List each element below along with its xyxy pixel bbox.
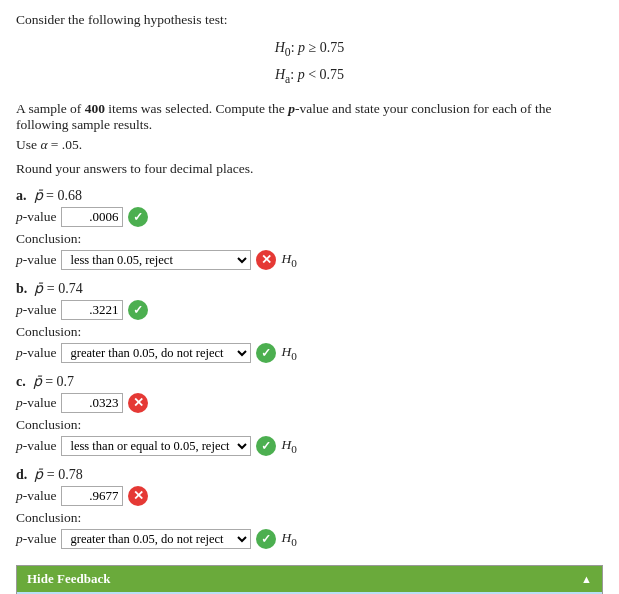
part-b-h0: H0 <box>281 344 296 362</box>
feedback-hide-label: Hide Feedback <box>27 571 110 587</box>
part-b-pvalue-input[interactable] <box>61 300 123 320</box>
hypothesis-alt: Ha: p < 0.75 <box>16 63 603 90</box>
part-d-conclusion-check-icon: ✓ <box>256 529 276 549</box>
part-a-pvalue-row: p-value ✓ <box>16 207 603 227</box>
hypothesis-null: H0: p ≥ 0.75 <box>16 36 603 63</box>
part-b-label: b. p̄ = 0.74 <box>16 280 603 297</box>
part-c-conclusion-select[interactable]: less than 0.05, reject greater than 0.05… <box>61 436 251 456</box>
part-c-pvalue-input[interactable] <box>61 393 123 413</box>
part-b-pvalue-row: p-value ✓ <box>16 300 603 320</box>
part-b-conclusion-select[interactable]: less than 0.05, reject greater than 0.05… <box>61 343 251 363</box>
intro-text: Consider the following hypothesis test: <box>16 12 603 28</box>
part-c-label: c. p̄ = 0.7 <box>16 373 603 390</box>
part-b: b. p̄ = 0.74 p-value ✓ Conclusion: p-val… <box>16 280 603 363</box>
part-c-conclusion-check-icon: ✓ <box>256 436 276 456</box>
part-a-conclusion-label: Conclusion: <box>16 231 603 247</box>
part-b-pvalue-check-icon: ✓ <box>128 300 148 320</box>
part-d-conclusion-row: p-value less than 0.05, reject greater t… <box>16 529 603 549</box>
part-a-pvalue-input[interactable] <box>61 207 123 227</box>
part-c-conclusion-label: Conclusion: <box>16 417 603 433</box>
part-d-conclusion-label: Conclusion: <box>16 510 603 526</box>
part-d-pvalue-row: p-value ✕ <box>16 486 603 506</box>
part-a-label: a. p̄ = 0.68 <box>16 187 603 204</box>
part-a-conclusion-row: p-value less than 0.05, reject greater t… <box>16 250 603 270</box>
feedback-header[interactable]: Hide Feedback ▲ <box>17 566 602 592</box>
part-c-conclusion-row: p-value less than 0.05, reject greater t… <box>16 436 603 456</box>
part-b-conclusion-row: p-value less than 0.05, reject greater t… <box>16 343 603 363</box>
part-d-conclusion-select[interactable]: less than 0.05, reject greater than 0.05… <box>61 529 251 549</box>
part-d-pvalue-x-icon: ✕ <box>128 486 148 506</box>
part-a-h0: H0 <box>281 251 296 269</box>
part-d-h0: H0 <box>281 530 296 548</box>
part-c-pvalue-row: p-value ✕ <box>16 393 603 413</box>
part-b-conclusion-check-icon: ✓ <box>256 343 276 363</box>
part-c-pvalue-x-icon: ✕ <box>128 393 148 413</box>
part-a: a. p̄ = 0.68 p-value ✓ Conclusion: p-val… <box>16 187 603 270</box>
alpha-info: Use α = .05. <box>16 137 603 153</box>
part-c: c. p̄ = 0.7 p-value ✕ Conclusion: p-valu… <box>16 373 603 456</box>
part-b-conclusion-label: Conclusion: <box>16 324 603 340</box>
part-c-h0: H0 <box>281 437 296 455</box>
part-a-conclusion-select[interactable]: less than 0.05, reject greater than 0.05… <box>61 250 251 270</box>
part-d-label: d. p̄ = 0.78 <box>16 466 603 483</box>
sample-info: A sample of 400 items was selected. Comp… <box>16 101 603 133</box>
hypothesis-block: H0: p ≥ 0.75 Ha: p < 0.75 <box>16 36 603 89</box>
round-info: Round your answers to four decimal place… <box>16 161 603 177</box>
part-a-pvalue-check-icon: ✓ <box>128 207 148 227</box>
part-a-conclusion-x-icon: ✕ <box>256 250 276 270</box>
part-d-pvalue-input[interactable] <box>61 486 123 506</box>
feedback-arrow-icon: ▲ <box>581 573 592 585</box>
feedback-panel: Hide Feedback ▲ Partially Correct <box>16 565 603 594</box>
part-d: d. p̄ = 0.78 p-value ✕ Conclusion: p-val… <box>16 466 603 549</box>
